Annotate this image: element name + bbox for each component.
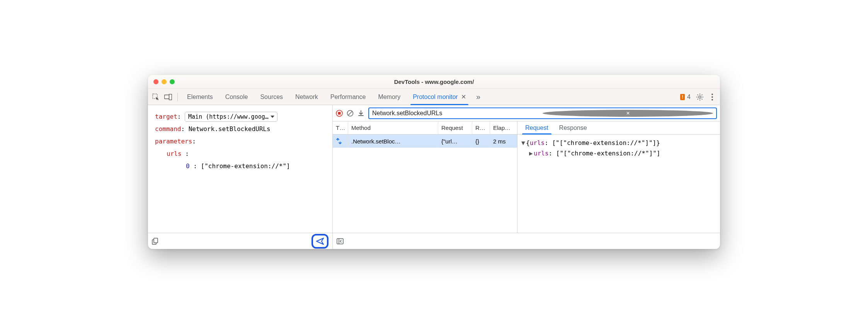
tab-network[interactable]: Network — [290, 89, 323, 105]
issues-count: 4 — [687, 94, 691, 101]
clear-filter-icon[interactable]: ✕ — [543, 110, 713, 117]
window-titlebar: DevTools - www.google.com/ — [148, 75, 720, 89]
detail-tabs: Request Response — [517, 121, 720, 135]
param-index-value: ["chrome-extension://*"] — [201, 162, 290, 170]
detail-line-1[interactable]: ▼{urls: ["["chrome-extension://*"]"]} — [521, 138, 716, 148]
tab-elements[interactable]: Elements — [182, 89, 218, 105]
svg-rect-8 — [154, 238, 158, 243]
copy-icon[interactable] — [152, 238, 159, 245]
log-main: T… Method Request R… Elap… . Network.set… — [333, 121, 720, 233]
detail-tab-request[interactable]: Request — [520, 121, 554, 134]
expand-icon[interactable]: ▶ — [529, 148, 534, 159]
issues-flag-icon: ! — [680, 94, 685, 100]
svg-rect-2 — [169, 94, 172, 100]
content-area: target: Main (https://www.goog… command:… — [148, 105, 720, 249]
detail-tab-response[interactable]: Response — [554, 121, 592, 134]
tab-performance[interactable]: Performance — [325, 89, 371, 105]
command-label: command — [155, 125, 181, 133]
svg-point-5 — [711, 96, 713, 98]
device-toolbar-icon[interactable] — [163, 92, 174, 102]
maximize-window-icon[interactable] — [170, 79, 175, 84]
download-icon[interactable] — [357, 110, 364, 117]
filter-input[interactable]: Network.setBlockedURLs ✕ — [368, 107, 717, 119]
svg-point-6 — [711, 99, 713, 101]
close-window-icon[interactable] — [153, 79, 158, 84]
clear-icon[interactable] — [347, 110, 354, 117]
inspect-icon[interactable] — [150, 92, 161, 102]
editor-footer — [148, 233, 332, 249]
svg-line-12 — [348, 111, 352, 115]
detail-line-2[interactable]: ▶urls: ["["chrome-extension://*"]"] — [521, 148, 716, 159]
row-method: . Network.setBloc… — [348, 135, 438, 148]
devtools-tabbar: Elements Console Sources Network Perform… — [148, 89, 720, 105]
more-tabs-icon[interactable]: » — [473, 92, 484, 102]
parameters-label: parameters — [155, 138, 192, 145]
row-elapsed: 2 ms — [490, 135, 517, 148]
protocol-log-pane: Network.setBlockedURLs ✕ T… Method Reque… — [333, 105, 720, 249]
param-index: 0 — [186, 162, 190, 170]
col-elapsed[interactable]: Elap… — [490, 121, 517, 134]
kebab-menu-icon[interactable] — [707, 92, 718, 102]
command-editor-body: target: Main (https://www.goog… command:… — [148, 105, 332, 233]
tab-protocol-monitor[interactable]: Protocol monitor ✕ — [407, 89, 471, 105]
svg-point-3 — [699, 96, 701, 98]
toggle-sidebar-icon[interactable] — [337, 238, 344, 245]
param-urls-key: urls — [167, 150, 182, 157]
command-editor-pane: target: Main (https://www.goog… command:… — [148, 105, 333, 249]
col-type[interactable]: T… — [333, 121, 348, 134]
divider — [177, 93, 178, 101]
filter-text: Network.setBlockedURLs — [372, 110, 543, 117]
log-toolbar: Network.setBlockedURLs ✕ — [333, 105, 720, 121]
expand-icon[interactable]: ▼ — [521, 138, 526, 148]
command-value: Network.setBlockedURLs — [189, 125, 271, 133]
col-method[interactable]: Method — [348, 121, 438, 134]
window-title: DevTools - www.google.com/ — [153, 78, 715, 85]
grid-row[interactable]: . Network.setBloc… {"url… {} 2 ms — [333, 135, 517, 148]
target-select[interactable]: Main (https://www.goog… — [185, 112, 277, 122]
row-request: {"url… — [438, 135, 472, 148]
log-grid: T… Method Request R… Elap… . Network.set… — [333, 121, 517, 233]
issues-counter[interactable]: ! 4 — [678, 94, 693, 101]
minimize-window-icon[interactable] — [162, 79, 167, 84]
close-tab-icon[interactable]: ✕ — [461, 93, 466, 101]
target-label: target — [155, 113, 177, 120]
settings-icon[interactable] — [694, 92, 705, 102]
tab-memory[interactable]: Memory — [373, 89, 406, 105]
svg-point-4 — [711, 94, 713, 95]
grid-header: T… Method Request R… Elap… — [333, 121, 517, 135]
record-icon[interactable] — [336, 110, 343, 117]
col-response[interactable]: R… — [472, 121, 490, 134]
log-footer — [333, 233, 720, 249]
svg-rect-10 — [338, 112, 341, 114]
window-controls — [153, 79, 175, 84]
send-command-button[interactable] — [311, 234, 328, 249]
tab-sources[interactable]: Sources — [255, 89, 288, 105]
tab-label: Protocol monitor — [413, 94, 458, 101]
row-direction-icon — [333, 135, 348, 148]
detail-pane: Request Response ▼{urls: ["["chrome-exte… — [517, 121, 720, 233]
devtools-window: DevTools - www.google.com/ Elements Cons… — [148, 75, 720, 249]
col-request[interactable]: Request — [438, 121, 472, 134]
row-response: {} — [472, 135, 490, 148]
detail-body: ▼{urls: ["["chrome-extension://*"]"]} ▶u… — [517, 135, 720, 233]
tab-console[interactable]: Console — [220, 89, 254, 105]
